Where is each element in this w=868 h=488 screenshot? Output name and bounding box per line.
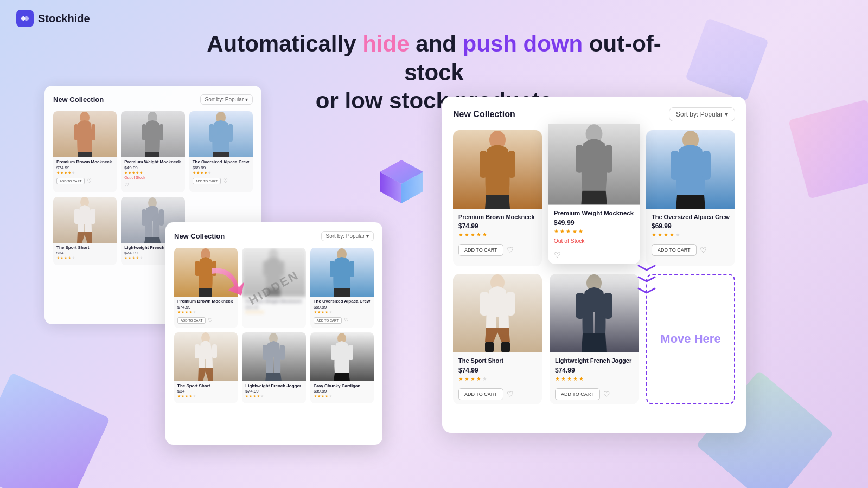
- svg-rect-9: [159, 124, 163, 140]
- svg-rect-20: [195, 261, 200, 276]
- wishlist-icon[interactable]: ♡: [700, 246, 707, 254]
- add-to-cart-button[interactable]: ADD TO CART: [177, 317, 206, 324]
- left-panel-title: New Collection: [53, 95, 104, 104]
- right-panel-header: New Collection Sort by: Popular ▾: [453, 107, 735, 121]
- mid-product-5-stars: ★ ★ ★ ★ ★: [245, 394, 302, 399]
- star-icon: ★: [260, 394, 264, 399]
- out-of-stock-label: Out of Stock: [124, 176, 181, 179]
- left-product-2: Premium Weight Mockneck $49.99 ★ ★ ★ ★ ★…: [121, 111, 184, 192]
- star-icon: ★: [128, 171, 131, 175]
- star-icon: ★: [314, 394, 317, 399]
- svg-rect-23: [263, 261, 267, 276]
- left-product-4-info: The Sport Short $34 ★ ★ ★ ★ ★: [53, 243, 117, 262]
- left-product-3-info: The Oversized Alpaca Crew $69.99 ★ ★ ★ ★…: [189, 157, 253, 177]
- star-icon: ★: [196, 171, 200, 175]
- wishlist-icon[interactable]: ♡: [344, 317, 349, 323]
- star-icon: ★: [658, 232, 662, 237]
- star-icon: ★: [464, 376, 469, 382]
- wishlist-icon[interactable]: ♡: [507, 390, 514, 399]
- svg-rect-53: [603, 293, 612, 319]
- star-icon: ★: [204, 171, 207, 175]
- star-icon: ★: [257, 394, 260, 399]
- middle-panel-sort[interactable]: Sort by: Popular ▾: [321, 231, 374, 241]
- right-product-4-img: [453, 274, 542, 352]
- left-product-4-img: [53, 197, 117, 243]
- star-icon: ★: [245, 394, 248, 399]
- star-icon: ★: [555, 376, 560, 382]
- star-icon: ★: [317, 394, 321, 399]
- star-icon: ★: [60, 256, 63, 260]
- mid-product-3: The Oversized Alpaca Crew $69.99 ★ ★ ★ ★…: [310, 248, 374, 328]
- star-icon: ★: [189, 394, 192, 399]
- left-product-4: The Sport Short $34 ★ ★ ★ ★ ★: [53, 197, 117, 266]
- right-panel: New Collection Sort by: Popular ▾ Premiu…: [442, 97, 746, 433]
- wishlist-icon[interactable]: ♡: [87, 178, 92, 184]
- mid-product-6-img: [310, 332, 374, 381]
- move-here-box[interactable]: Move Here: [646, 274, 735, 404]
- wishlist-icon[interactable]: ♡: [223, 178, 228, 184]
- right-product-5-stars: ★ ★ ★ ★ ★: [555, 376, 633, 382]
- star-icon: ★: [60, 171, 63, 175]
- left-product-4-stars: ★ ★ ★ ★ ★: [56, 256, 113, 260]
- svg-rect-26: [330, 261, 335, 277]
- add-to-cart-button[interactable]: ADD TO CART: [56, 178, 85, 184]
- star-icon: ★: [314, 310, 317, 314]
- star-icon: ★: [325, 394, 328, 399]
- star-icon: ★: [193, 394, 196, 399]
- star-icon: ★: [139, 171, 143, 175]
- left-product-1: Premium Brown Mockneck $74.99 ★ ★ ★ ★ ★ …: [53, 111, 117, 192]
- logo[interactable]: Stockhide: [16, 10, 90, 27]
- star-icon: ★: [257, 310, 260, 314]
- left-product-2-img: [121, 111, 184, 157]
- left-product-1-name: Premium Brown Mockneck: [56, 159, 113, 165]
- wishlist-icon[interactable]: ♡: [507, 246, 514, 254]
- star-icon: ★: [579, 376, 584, 382]
- wishlist-icon[interactable]: ♡: [603, 390, 610, 399]
- svg-rect-44: [671, 151, 679, 180]
- right-product-2-img: [548, 124, 640, 204]
- right-product-1-img: [453, 130, 542, 209]
- star-icon: ★: [124, 171, 127, 175]
- add-to-cart-button[interactable]: ADD TO CART: [314, 317, 342, 324]
- mid-product-1-price: $74.99: [177, 305, 234, 310]
- left-product-1-actions: ADD TO CART ♡: [53, 177, 117, 185]
- right-panel-sort-button[interactable]: Sort by: Popular ▾: [669, 107, 735, 121]
- star-icon: ★: [253, 310, 256, 314]
- left-panel-sort[interactable]: Sort by: Popular ▾: [200, 94, 253, 105]
- star-icon: ★: [124, 256, 127, 260]
- svg-rect-12: [228, 124, 233, 142]
- star-icon: ★: [68, 256, 71, 260]
- star-icon: ★: [132, 171, 135, 175]
- wishlist-icon[interactable]: ♡: [208, 317, 213, 323]
- star-icon: ★: [317, 310, 321, 314]
- star-icon: ★: [136, 256, 139, 260]
- star-icon: ★: [470, 232, 475, 237]
- wishlist-icon[interactable]: ♡: [554, 251, 561, 259]
- star-icon: ★: [253, 394, 256, 399]
- add-to-cart-button[interactable]: ADD TO CART: [193, 178, 221, 184]
- add-to-cart-button[interactable]: ADD TO CART: [652, 244, 697, 256]
- right-product-3: The Oversized Alpaca Crew $69.99 ★ ★ ★ ★…: [646, 130, 735, 266]
- right-product-3-img: [646, 130, 735, 209]
- svg-rect-11: [209, 124, 214, 142]
- add-to-cart-button[interactable]: ADD TO CART: [458, 244, 503, 256]
- star-icon: ★: [260, 310, 264, 314]
- right-product-4-price: $74.99: [458, 367, 537, 374]
- headline-hide: hide: [362, 31, 409, 56]
- star-icon: ★: [321, 394, 324, 399]
- star-icon: ★: [245, 310, 248, 314]
- svg-rect-6: [92, 124, 95, 140]
- left-product-3-img: [189, 111, 253, 157]
- svg-rect-38: [480, 151, 487, 178]
- mid-product-6-price: $89.99: [314, 389, 371, 394]
- sort-label: Sort by: Popular: [676, 111, 723, 118]
- right-panel-row2: The Sport Short $74.99 ★ ★ ★ ★ ★ ADD TO …: [453, 274, 735, 404]
- pink-arrow-icon: [206, 263, 250, 303]
- wishlist-icon[interactable]: ♡: [124, 182, 129, 188]
- add-to-cart-button[interactable]: ADD TO CART: [458, 388, 503, 400]
- add-to-cart-button[interactable]: ADD TO CART: [555, 388, 600, 400]
- star-icon: ★: [208, 171, 211, 175]
- left-product-3-name: The Oversized Alpaca Crew: [193, 159, 250, 165]
- left-product-2-actions: ♡: [121, 181, 184, 189]
- mid-product-6-name: Gray Chunky Cardigan: [314, 383, 371, 389]
